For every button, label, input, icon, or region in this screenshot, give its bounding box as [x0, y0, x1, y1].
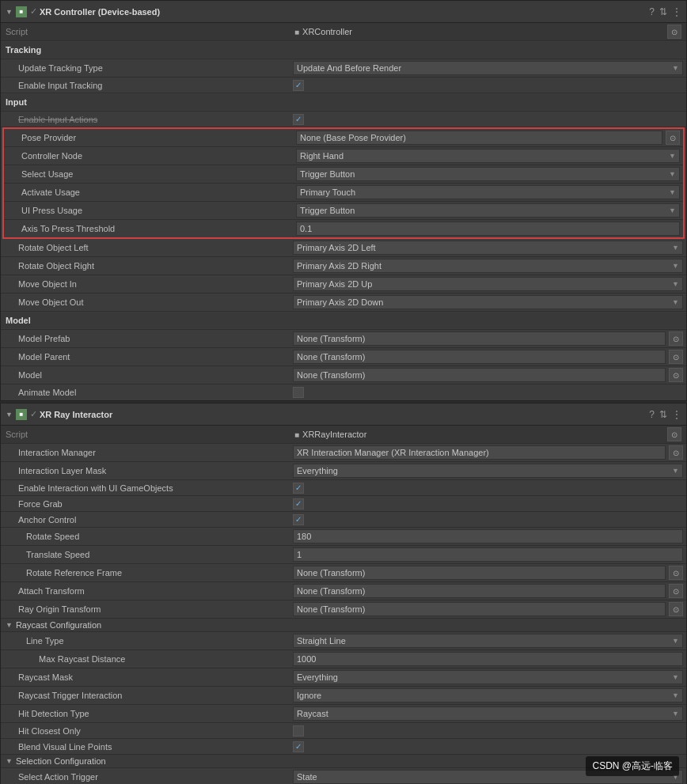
- anchor-control-checkbox[interactable]: [293, 514, 304, 525]
- script-target-icon[interactable]: ⊙: [667, 25, 681, 39]
- line-type-row: Line Type Straight Line ▼: [1, 632, 686, 650]
- xr-ray-interactor-block: ▼ ■ ✓ XR Ray Interactor ? ⇅ ⋮ Script ■ X…: [0, 403, 687, 784]
- rotate-right-label: Rotate Object Right: [1, 260, 290, 271]
- raycast-trigger-dropdown[interactable]: Ignore ▼: [293, 688, 683, 703]
- animate-model-checkbox[interactable]: [293, 387, 304, 398]
- ray-menu-icon[interactable]: ⋮: [672, 409, 681, 420]
- input-section-header: Input: [1, 93, 686, 112]
- ray-origin-target-icon[interactable]: ⊙: [669, 602, 683, 616]
- ray-collapse-icon[interactable]: ▼: [6, 411, 13, 419]
- activate-usage-dropdown[interactable]: Primary Touch ▼: [296, 185, 680, 199]
- enable-input-tracking-label: Enable Input Tracking: [1, 80, 290, 91]
- dropdown-arrow-icon5: ▼: [669, 206, 676, 214]
- ray-check-enable[interactable]: ✓: [30, 409, 37, 419]
- anchor-control-row: Anchor Control: [1, 512, 686, 528]
- raycast-collapse-icon[interactable]: ▼: [6, 621, 13, 629]
- ui-press-usage-dropdown[interactable]: Trigger Button ▼: [296, 203, 680, 218]
- attach-transform-value: None (Transform) ⊙: [290, 583, 686, 599]
- dropdown-arrow-icon14: ▼: [672, 710, 679, 718]
- axis-threshold-value: [293, 221, 683, 237]
- menu-icon[interactable]: ⋮: [672, 6, 681, 17]
- interaction-manager-value: XR Interaction Manager (XR Interaction M…: [290, 445, 686, 460]
- ray-origin-dropdown[interactable]: None (Transform): [293, 602, 666, 616]
- rotate-speed-label: Rotate Speed: [1, 531, 290, 542]
- move-in-label: Move Object In: [1, 278, 290, 290]
- line-type-label: Line Type: [1, 635, 290, 646]
- dropdown-arrow-icon: ▼: [672, 64, 679, 72]
- check-enable[interactable]: ✓: [30, 6, 37, 17]
- move-in-dropdown[interactable]: Primary Axis 2D Up ▼: [293, 277, 683, 291]
- rotate-ref-dropdown[interactable]: None (Transform): [293, 566, 666, 580]
- update-tracking-label: Update Tracking Type: [1, 62, 290, 74]
- line-type-dropdown[interactable]: Straight Line ▼: [293, 634, 683, 648]
- model-dropdown[interactable]: None (Transform): [293, 368, 666, 382]
- force-grab-label: Force Grab: [1, 498, 290, 509]
- move-out-dropdown[interactable]: Primary Axis 2D Down ▼: [293, 295, 683, 309]
- hit-closest-label: Hit Closest Only: [1, 725, 290, 737]
- anchor-control-label: Anchor Control: [1, 514, 290, 525]
- model-target-icon[interactable]: ⊙: [669, 368, 683, 382]
- move-out-value: Primary Axis 2D Down ▼: [290, 294, 686, 310]
- dropdown-arrow-icon12: ▼: [672, 673, 679, 681]
- enable-input-actions-row: Enable Input Actions: [1, 112, 686, 127]
- hit-closest-checkbox[interactable]: [293, 725, 304, 737]
- move-out-label: Move Object Out: [1, 297, 290, 308]
- activate-usage-label: Activate Usage: [4, 187, 293, 198]
- model-parent-target-icon[interactable]: ⊙: [669, 350, 683, 364]
- enable-input-tracking-checkbox[interactable]: [293, 80, 304, 91]
- max-raycast-row: Max Raycast Distance: [1, 650, 686, 668]
- rotate-ref-target-icon[interactable]: ⊙: [669, 566, 683, 580]
- help-icon[interactable]: ?: [649, 6, 655, 17]
- model-section-header: Model: [1, 312, 686, 330]
- enable-input-actions-checkbox[interactable]: [293, 114, 304, 125]
- rotate-reference-frame-label: Rotate Reference Frame: [1, 567, 290, 578]
- controller-node-dropdown[interactable]: Right Hand ▼: [296, 149, 680, 163]
- model-parent-dropdown[interactable]: None (Transform): [293, 350, 666, 364]
- pose-provider-target-icon[interactable]: ⊙: [666, 131, 680, 145]
- ray-origin-transform-row: Ray Origin Transform None (Transform) ⊙: [1, 600, 686, 619]
- rotate-speed-value: [290, 528, 686, 544]
- blend-visual-checkbox[interactable]: [293, 741, 304, 752]
- rotate-right-dropdown[interactable]: Primary Axis 2D Right ▼: [293, 259, 683, 273]
- ray-script-target-icon[interactable]: ⊙: [667, 427, 681, 441]
- raycast-config-header: ▼ Raycast Configuration: [1, 619, 686, 632]
- ray-script-label: Script: [6, 430, 294, 439]
- interaction-manager-dropdown[interactable]: XR Interaction Manager (XR Interaction M…: [293, 445, 666, 460]
- attach-transform-dropdown[interactable]: None (Transform): [293, 584, 666, 598]
- max-raycast-input[interactable]: [293, 652, 683, 666]
- raycast-mask-dropdown[interactable]: Everything ▼: [293, 670, 683, 684]
- controller-node-value: Right Hand ▼: [293, 148, 683, 164]
- enable-ui-checkbox[interactable]: [293, 483, 304, 494]
- update-tracking-dropdown[interactable]: Update And Before Render ▼: [293, 61, 683, 75]
- force-grab-value: [290, 498, 686, 510]
- axis-threshold-input[interactable]: [296, 222, 680, 236]
- script-name: XRController: [302, 27, 352, 36]
- rotate-left-dropdown[interactable]: Primary Axis 2D Left ▼: [293, 241, 683, 255]
- ray-help-icon[interactable]: ?: [649, 409, 655, 420]
- selection-collapse-icon[interactable]: ▼: [6, 757, 13, 765]
- presets-icon[interactable]: ⇅: [659, 6, 667, 17]
- blend-visual-value: [290, 740, 686, 753]
- interaction-manager-target-icon[interactable]: ⊙: [669, 445, 683, 460]
- model-prefab-target-icon[interactable]: ⊙: [669, 331, 683, 346]
- blend-visual-row: Blend Visual Line Points: [1, 739, 686, 755]
- model-prefab-dropdown[interactable]: None (Transform): [293, 331, 666, 346]
- attach-transform-row: Attach Transform None (Transform) ⊙: [1, 582, 686, 600]
- translate-speed-input[interactable]: [293, 547, 683, 562]
- ray-presets-icon[interactable]: ⇅: [659, 409, 667, 420]
- input-label: Input: [1, 94, 686, 110]
- dropdown-arrow-icon3: ▼: [669, 170, 676, 178]
- collapse-icon[interactable]: ▼: [6, 8, 13, 16]
- force-grab-checkbox[interactable]: [293, 498, 304, 509]
- activate-usage-value: Primary Touch ▼: [293, 184, 683, 200]
- xr-controller-block: ▼ ■ ✓ XR Controller (Device-based) ? ⇅ ⋮…: [0, 0, 687, 401]
- script-file-icon: ■: [294, 28, 299, 36]
- rotate-speed-input[interactable]: [293, 529, 683, 543]
- enable-ui-label: Enable Interaction with UI GameObjects: [1, 483, 290, 494]
- select-usage-dropdown[interactable]: Trigger Button ▼: [296, 167, 680, 181]
- pose-provider-dropdown[interactable]: None (Base Pose Provider): [296, 131, 662, 145]
- attach-transform-target-icon[interactable]: ⊙: [669, 584, 683, 598]
- xr-ray-interactor-header: ▼ ■ ✓ XR Ray Interactor ? ⇅ ⋮: [1, 403, 686, 426]
- interaction-layer-mask-dropdown[interactable]: Everything ▼: [293, 464, 683, 478]
- hit-detection-dropdown[interactable]: Raycast ▼: [293, 706, 683, 721]
